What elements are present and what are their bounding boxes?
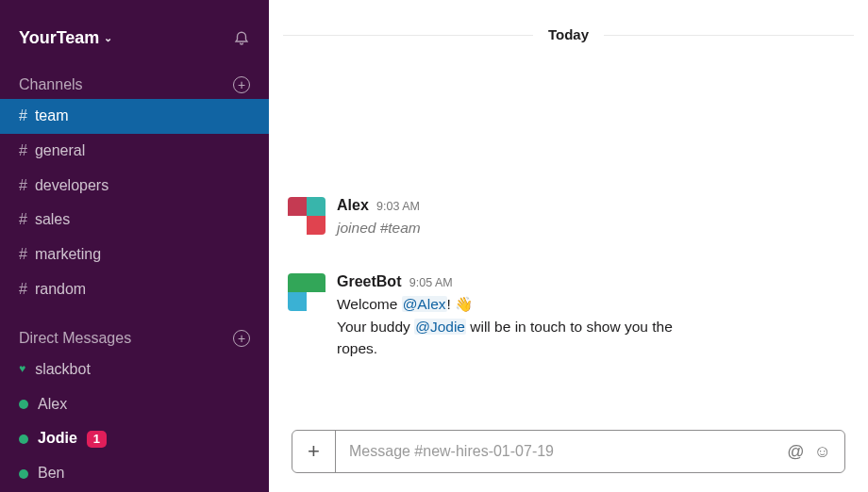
hash-icon: #	[19, 276, 27, 303]
dm-item-alex[interactable]: Alex	[0, 387, 269, 422]
team-switcher[interactable]: YourTeam ⌄	[19, 28, 112, 48]
channel-item-team[interactable]: #team	[0, 99, 269, 134]
emoji-icon[interactable]: ☺	[814, 442, 831, 462]
message-composer: + @ ☺	[292, 430, 845, 473]
channel-item-developers[interactable]: #developers	[0, 169, 269, 204]
message-input[interactable]	[336, 443, 787, 460]
hash-icon: #	[19, 241, 27, 269]
dms-heading: Direct Messages	[19, 330, 131, 347]
message-row: Alex 9:03 AM joined #team	[288, 194, 849, 238]
attach-button[interactable]: +	[292, 431, 336, 472]
hash-icon: #	[19, 172, 27, 200]
mention[interactable]: @Jodie	[414, 319, 466, 335]
system-message: joined #team	[337, 217, 421, 238]
hash-icon: #	[19, 103, 27, 130]
channel-label: sales	[35, 206, 70, 234]
message-body: Welcome @Alex! 👋	[337, 293, 695, 315]
presence-icon	[19, 435, 28, 444]
dm-item-jodie[interactable]: Jodie1	[0, 421, 269, 456]
hash-icon: #	[19, 206, 27, 234]
channel-item-general[interactable]: #general	[0, 134, 269, 169]
message-time: 9:05 AM	[409, 276, 453, 289]
team-name-label: YourTeam	[19, 28, 99, 48]
message-list: Alex 9:03 AM joined #team GreetBot 9:05 …	[269, 194, 868, 430]
presence-icon	[19, 400, 28, 409]
sender-name[interactable]: Alex	[337, 197, 369, 213]
channel-label: general	[35, 138, 85, 165]
unread-badge: 1	[87, 431, 107, 448]
channel-item-marketing[interactable]: #marketing	[0, 238, 269, 272]
avatar[interactable]	[288, 197, 326, 235]
channels-heading: Channels	[19, 76, 83, 93]
channel-item-random[interactable]: #random	[0, 272, 269, 307]
mention[interactable]: @Alex	[402, 296, 447, 312]
dm-item-ben[interactable]: Ben	[0, 456, 269, 491]
dm-label: Alex	[38, 391, 67, 418]
message-row: GreetBot 9:05 AM Welcome @Alex! 👋 Your b…	[288, 271, 849, 359]
bell-icon[interactable]	[233, 30, 250, 47]
heart-icon: ♥	[19, 359, 25, 380]
avatar[interactable]	[288, 273, 326, 311]
channel-label: marketing	[35, 241, 101, 269]
hash-icon: #	[19, 138, 27, 165]
sidebar: YourTeam ⌄ Channels + #team#general#deve…	[0, 0, 269, 492]
add-channel-button[interactable]: +	[233, 76, 250, 93]
dm-label: Jodie	[38, 425, 77, 452]
channel-label: team	[35, 103, 69, 130]
sender-name[interactable]: GreetBot	[337, 273, 401, 289]
dm-label: Ben	[38, 460, 64, 487]
dm-label: slackbot	[35, 356, 91, 384]
channel-item-sales[interactable]: #sales	[0, 203, 269, 238]
main-pane: Today Alex 9:03 AM joined #team	[269, 0, 868, 492]
channel-label: random	[35, 276, 86, 303]
chevron-down-icon: ⌄	[104, 32, 112, 44]
presence-icon	[19, 469, 28, 479]
wave-emoji: 👋	[455, 296, 473, 312]
dm-item-slackbot[interactable]: ♥slackbot	[0, 353, 269, 387]
day-divider: Today	[269, 26, 868, 43]
message-body: Your buddy @Jodie will be in touch to sh…	[337, 316, 695, 360]
day-label: Today	[533, 26, 604, 42]
add-dm-button[interactable]: +	[233, 330, 250, 347]
mention-icon[interactable]: @	[787, 442, 804, 462]
channel-label: developers	[35, 172, 108, 200]
message-time: 9:03 AM	[376, 200, 420, 213]
